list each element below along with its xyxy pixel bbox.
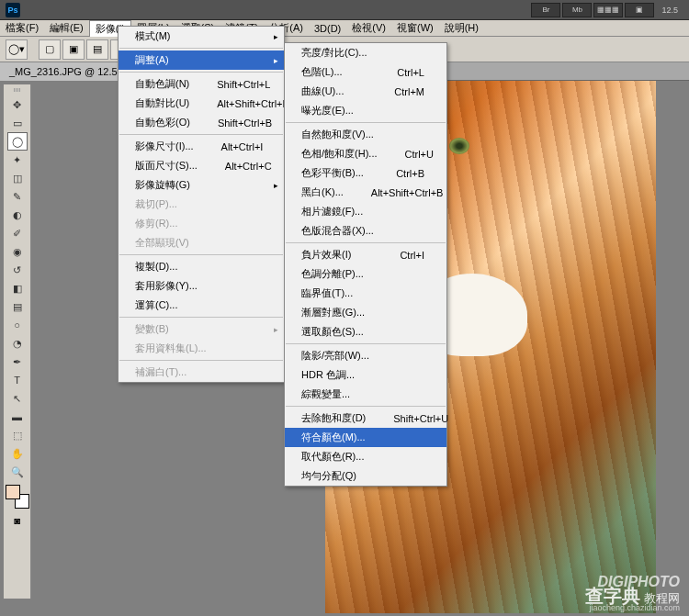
3d-tool[interactable]: ⬚: [7, 426, 28, 444]
add-selection-icon[interactable]: ▣: [62, 39, 85, 60]
image-menu-separator: [119, 72, 283, 73]
adjust-menu-item-14[interactable]: 臨界值(T)...: [285, 284, 446, 303]
brush-tool[interactable]: ✐: [7, 224, 28, 242]
image-menu-item-2[interactable]: 調整(A): [119, 50, 284, 70]
tool-preset-icon[interactable]: ◯▾: [6, 39, 28, 60]
dodge-tool[interactable]: ◔: [7, 334, 28, 353]
image-menu-label: 運算(C)...: [135, 298, 177, 312]
magic-wand-tool[interactable]: ✦: [7, 151, 28, 169]
image-menu-item-20: 套用資料集(L)...: [119, 339, 284, 358]
menu-編輯[interactable]: 編輯(E): [44, 20, 89, 37]
image-menu-label: 版面尺寸(S)...: [135, 159, 198, 173]
image-menu-item-17[interactable]: 運算(C)...: [119, 296, 284, 315]
image-menu-item-16[interactable]: 套用影像(Y)...: [119, 276, 284, 296]
adjust-menu-item-20[interactable]: 綜觀變量...: [285, 385, 446, 404]
zoom-tool[interactable]: 🔍: [7, 463, 28, 481]
adjust-menu-item-3[interactable]: 曝光度(E)...: [285, 101, 446, 120]
adjust-menu-item-19[interactable]: HDR 色調...: [285, 365, 446, 385]
pen-tool[interactable]: ✒: [7, 353, 28, 371]
toolbox-handle[interactable]: [6, 88, 29, 94]
toolbox: ✥▭◯✦◫✎◐✐◉↺◧▤○◔✒T↖▬⬚✋🔍◙: [4, 84, 31, 599]
adjust-menu-item-13[interactable]: 色調分離(P)...: [285, 264, 446, 284]
adjust-menu-item-15[interactable]: 漸層對應(G)...: [285, 303, 446, 322]
marquee-tool[interactable]: ▭: [7, 114, 28, 132]
new-selection-icon[interactable]: ▢: [39, 39, 61, 60]
history-brush-tool[interactable]: ↺: [7, 261, 28, 279]
blur-tool[interactable]: ○: [7, 316, 28, 334]
image-menu-item-15[interactable]: 複製(D)...: [119, 257, 284, 276]
app-icon1[interactable]: ▦▦▦: [593, 3, 623, 17]
type-tool[interactable]: T: [7, 371, 28, 389]
adjust-menu-item-0[interactable]: 亮度/對比(C)...: [285, 43, 446, 62]
adjust-menu-item-5[interactable]: 自然飽和度(V)...: [285, 125, 446, 144]
healing-tool[interactable]: ◐: [7, 206, 28, 224]
menu-視窗[interactable]: 視窗(W): [391, 20, 439, 37]
subtract-selection-icon[interactable]: ▤: [86, 39, 108, 60]
document-tab[interactable]: _MG_2316.JPG @ 12.5%: [0, 62, 135, 81]
bridge-icon[interactable]: Br: [531, 3, 560, 17]
gradient-tool[interactable]: ▤: [7, 297, 28, 316]
menu-檢視[interactable]: 檢視(V): [346, 20, 391, 37]
eraser-tool[interactable]: ◧: [7, 279, 28, 297]
adjust-menu-item-16[interactable]: 選取顏色(S)...: [285, 322, 446, 342]
adjust-menu-item-8[interactable]: 黑白(K)...Alt+Shift+Ctrl+B: [285, 183, 446, 202]
adjust-menu-item-12[interactable]: 負片效果(I)Ctrl+I: [285, 245, 446, 264]
image-menu-label: 模式(M): [135, 29, 171, 43]
crop-tool[interactable]: ◫: [7, 169, 28, 187]
adjust-menu-shortcut: Alt+Shift+Ctrl+B: [371, 187, 444, 198]
stamp-tool[interactable]: ◉: [7, 242, 28, 261]
lasso-tool[interactable]: ◯: [7, 132, 28, 151]
adjust-menu-label: 色調分離(P)...: [301, 267, 364, 281]
adjust-menu-item-22[interactable]: 去除飽和度(D)Shift+Ctrl+U: [285, 409, 446, 428]
eyedropper-tool[interactable]: ✎: [7, 187, 28, 206]
adjust-menu-item-23[interactable]: 符合顏色(M)...: [285, 428, 446, 447]
adjust-menu-item-9[interactable]: 相片濾鏡(F)...: [285, 202, 446, 221]
image-menu-separator: [119, 360, 283, 361]
image-menu-label: 補漏白(T)...: [135, 365, 186, 379]
image-menu-item-10[interactable]: 影像旋轉(G): [119, 175, 284, 195]
menu-3D[interactable]: 3D(D): [309, 20, 346, 37]
app-icon2[interactable]: ▣: [625, 3, 654, 17]
adjust-menu-item-10[interactable]: 色版混合器(X)...: [285, 221, 446, 241]
adjust-menu-item-7[interactable]: 色彩平衡(B)...Ctrl+B: [285, 163, 446, 183]
image-menu-dropdown: 模式(M)調整(A)自動色調(N)Shift+Ctrl+L自動對比(U)Alt+…: [118, 26, 285, 383]
menu-說明[interactable]: 說明(H): [439, 20, 484, 37]
minibridge-icon[interactable]: Mb: [562, 3, 592, 17]
hand-tool[interactable]: ✋: [7, 444, 28, 463]
image-menu-item-0[interactable]: 模式(M): [119, 27, 284, 46]
adjust-menu-item-24[interactable]: 取代顏色(R)...: [285, 447, 446, 466]
adjust-menu-label: 陰影/亮部(W)...: [301, 349, 369, 363]
titlebar: Ps Br Mb ▦▦▦ ▣ 12.5: [0, 0, 689, 20]
adjust-menu-item-1[interactable]: 色階(L)...Ctrl+L: [285, 62, 446, 82]
path-tool[interactable]: ↖: [7, 389, 28, 408]
adjust-menu-label: 綜觀變量...: [301, 387, 350, 401]
adjust-menu-label: 符合顏色(M)...: [301, 431, 366, 444]
adjust-menu-shortcut: Shift+Ctrl+U: [393, 413, 448, 424]
quickmask-toggle[interactable]: ◙: [7, 512, 28, 529]
image-menu-item-6[interactable]: 自動色彩(O)Shift+Ctrl+B: [119, 113, 284, 132]
adjust-menu-item-2[interactable]: 曲線(U)...Ctrl+M: [285, 82, 446, 101]
title-icons: Br Mb ▦▦▦ ▣ 12.5: [531, 3, 683, 17]
adjust-menu-item-18[interactable]: 陰影/亮部(W)...: [285, 346, 446, 365]
adjust-menu-item-25[interactable]: 均勻分配(Q): [285, 466, 446, 486]
adjust-menu-label: 色版混合器(X)...: [301, 224, 374, 238]
adjust-menu-label: 臨界值(T)...: [301, 286, 353, 300]
image-menu-item-19: 變數(B): [119, 319, 284, 339]
menu-檔案[interactable]: 檔案(F): [0, 20, 44, 37]
color-swatches[interactable]: [6, 485, 29, 509]
image-menu-label: 套用資料集(L)...: [135, 342, 207, 355]
adjust-menu-shortcut: Ctrl+L: [397, 67, 424, 78]
image-menu-item-8[interactable]: 影像尺寸(I)...Alt+Ctrl+I: [119, 137, 284, 156]
image-menu-item-4[interactable]: 自動色調(N)Shift+Ctrl+L: [119, 74, 284, 94]
adjust-menu-label: 選取顏色(S)...: [301, 325, 364, 339]
image-menu-item-9[interactable]: 版面尺寸(S)...Alt+Ctrl+C: [119, 156, 284, 175]
adjust-menu-item-6[interactable]: 色相/飽和度(H)...Ctrl+U: [285, 144, 446, 163]
image-menu-item-5[interactable]: 自動對比(U)Alt+Shift+Ctrl+L: [119, 94, 284, 113]
adjust-menu-separator: [286, 122, 446, 123]
move-tool[interactable]: ✥: [7, 95, 28, 114]
adjust-menu-label: 去除飽和度(D): [301, 411, 366, 425]
image-menu-item-13: 全部顯現(V): [119, 233, 284, 252]
image-menu-label: 套用影像(Y)...: [135, 279, 198, 293]
shape-tool[interactable]: ▬: [7, 408, 28, 426]
image-menu-separator: [119, 254, 283, 255]
